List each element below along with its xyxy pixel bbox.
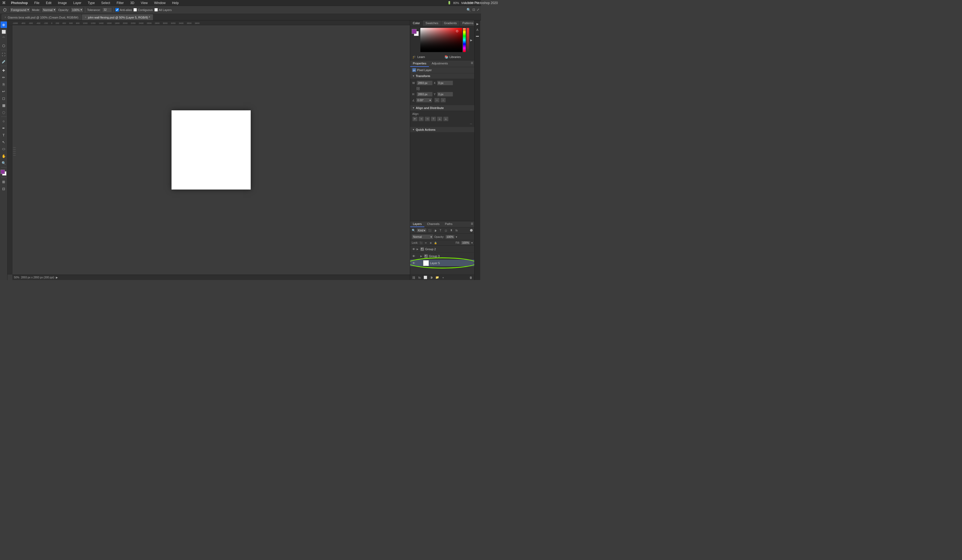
heal-tool[interactable]: ✚ [0,67,7,74]
lock-all-btn[interactable]: 🔒 [434,241,437,245]
blend-mode-dropdown[interactable]: Normal ▾ [412,234,433,239]
layer-5[interactable]: 👁 Layer 5 [410,260,474,266]
filter-shape-btn[interactable]: ◻ [444,228,448,232]
menu-select[interactable]: Select [100,1,111,5]
flip-h-btn[interactable]: ↔ [434,98,440,103]
angle-input[interactable]: 0.00° ▾ [416,98,432,103]
fg-color-large[interactable] [412,29,416,34]
opacity-dropdown[interactable]: 100% ▾ [71,7,84,13]
color-fg-bg-swatches[interactable] [412,29,419,37]
layer-mask-btn[interactable]: ⬜ [424,276,427,279]
tab-0[interactable]: × Giannis bros edit.psd @ 100% (Cream Du… [2,14,81,20]
menu-3d[interactable]: 3D [129,1,135,5]
edit-mode-toggle[interactable]: ⊞ [0,179,7,185]
link-icon[interactable]: ⛓ [416,86,420,91]
y-input[interactable] [437,92,453,97]
menu-filter[interactable]: Filter [115,1,125,5]
tolerance-input[interactable] [102,8,112,12]
layer-delete-btn[interactable]: 🗑 [469,276,473,279]
align-center-h-btn[interactable]: ⊣ [418,116,424,121]
panel-collapse-btn[interactable]: ▶ [475,21,480,26]
opacity-slider[interactable] [466,28,469,52]
layers-panel-menu-icon[interactable]: ☰ [470,221,474,227]
menu-window[interactable]: Window [153,1,167,5]
pen-tool[interactable]: ✒ [0,125,7,131]
all-layers-check[interactable] [154,8,158,11]
eyedropper-tool[interactable]: 💉 [0,58,7,65]
gradient-tool[interactable]: ▦ [0,102,7,108]
move-tool[interactable]: ⊕ [0,21,7,28]
fg-color-swatch[interactable] [0,169,5,174]
libraries-btn[interactable]: 📚 Libraries [442,54,475,60]
menu-file[interactable]: File [33,1,40,5]
filter-effect-btn[interactable]: fx [454,228,459,232]
menu-type[interactable]: Type [87,1,96,5]
screen-mode[interactable]: ⊡ [0,186,7,192]
layer-link-btn[interactable]: ⛓ [412,276,415,279]
panel-icon-1[interactable]: A [475,27,480,32]
align-top-btn[interactable]: ⊤ [431,116,436,121]
fill-value[interactable]: 100% [461,241,470,245]
lock-position-btn[interactable]: ✏ [424,241,428,245]
tab-1-close[interactable]: × [85,16,86,19]
layer-new-btn[interactable]: + [441,276,445,279]
lock-pixels-btn[interactable]: ⬛ [419,241,423,245]
align-left-btn[interactable]: ⊢ [412,116,418,121]
lasso-tool[interactable]: ⌒ [0,36,7,42]
filter-smart-btn[interactable]: ⧗ [449,228,454,232]
layer-group2[interactable]: 👁 ▶ Group 2 [410,245,474,253]
filter-pixel-btn[interactable]: ⬛ [428,228,432,232]
status-arrow-icon[interactable]: ▶ [56,276,58,279]
menu-edit[interactable]: Edit [45,1,53,5]
opacity-value[interactable]: 100% [445,235,455,239]
all-layers-checkbox[interactable]: All Layers [154,8,171,11]
kind-dropdown[interactable]: Kind ▾ [416,228,426,232]
anti-alias-checkbox[interactable]: Anti-alias [115,8,132,11]
tab-properties[interactable]: Properties [410,60,429,67]
more-align-icon[interactable]: ··· [470,123,472,125]
tab-adjustments[interactable]: Adjustments [429,60,451,67]
hue-slider[interactable] [463,28,466,52]
layers-tab-layers[interactable]: Layers [410,221,425,227]
filter-type-btn[interactable]: T [438,228,442,232]
canvas-scroll[interactable] [12,25,410,274]
layer-group2-visibility[interactable]: 👁 [412,247,415,251]
menu-image[interactable]: Image [57,1,68,5]
lock-artboards-btn[interactable]: ⊕ [429,241,433,245]
color-panel-expand-icon[interactable]: ▶ [470,28,473,52]
path-selection-tool[interactable]: ↖ [0,139,7,145]
eraser-tool[interactable]: ◻ [0,95,7,102]
shape-tool[interactable]: ⬭ [0,146,7,152]
layers-tab-channels[interactable]: Channels [425,221,442,227]
mode-dropdown[interactable]: Normal ▾ [42,7,56,13]
tab-color[interactable]: Color [410,20,423,26]
apple-logo-icon[interactable]: ⌘ [2,1,6,5]
filter-adjust-btn[interactable]: ◑ [433,228,437,232]
tab-0-close[interactable]: × [5,16,6,19]
selection-tool[interactable]: ⬜ [0,29,7,35]
filter-toggle-btn[interactable] [470,229,473,232]
layer-group2-expand-icon[interactable]: ▶ [416,248,419,250]
menu-view[interactable]: View [140,1,149,5]
color-swatches[interactable] [0,169,7,176]
tab-1[interactable]: × john wall flexing.psd @ 50% (Layer 5, … [82,14,153,20]
align-center-v-btn[interactable]: ⊥ [437,116,442,121]
layer-group3-visibility[interactable]: 👁 [412,254,415,258]
transform-section-header[interactable]: ▼ Transform [410,73,474,79]
anti-alias-check[interactable] [115,8,119,11]
w-input[interactable] [416,81,433,86]
zoom-tool[interactable]: 🔍 [0,160,7,166]
layer-group-btn[interactable]: 📁 [435,276,439,279]
hand-tool[interactable]: ✋ [0,153,7,159]
search-filter-icon[interactable]: 🔍 [412,229,415,232]
type-tool[interactable]: T [0,132,7,138]
panel-icon-2[interactable]: ▬ [475,33,480,38]
quick-select-tool[interactable]: ⬡ [0,42,7,49]
align-section-header[interactable]: ▼ Align and Distribute [410,105,474,111]
layer-group3[interactable]: 👁 ▶ Group 3 [410,253,474,260]
search-icon[interactable]: 🔍 [466,8,471,12]
quick-actions-header[interactable]: ▼ Quick Actions [410,127,474,132]
history-tool[interactable]: ↩ [0,88,7,95]
contiguous-check[interactable] [133,8,137,11]
tab-patterns[interactable]: Patterns [460,20,476,26]
